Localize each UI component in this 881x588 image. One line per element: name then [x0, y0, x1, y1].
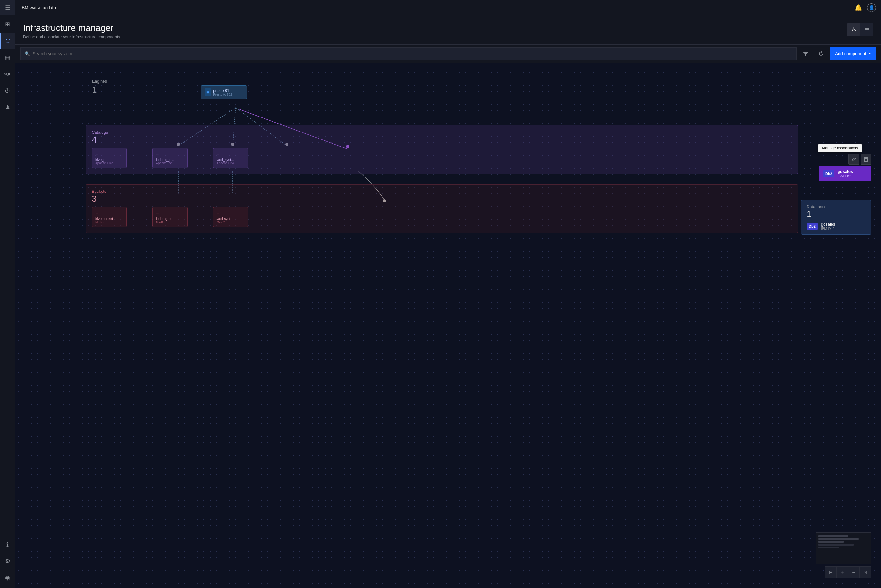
view-toggle — [847, 23, 873, 36]
svg-rect-7 — [865, 31, 869, 31]
engine-icon: ≡ — [205, 88, 210, 96]
engines-label: Engines — [92, 79, 107, 84]
refresh-btn[interactable] — [815, 47, 827, 60]
gosales-catalog-container: Manage associations Db2 — [818, 144, 871, 181]
manage-associations-label: Manage associations — [822, 146, 858, 150]
catalog-node-wxd[interactable]: ≡ wxd_syst... Apache Hive — [213, 148, 248, 168]
sidebar-item-data[interactable]: ▦ — [0, 50, 15, 65]
search-input[interactable] — [33, 51, 792, 56]
page-subtitle: Define and associate your infrastructure… — [23, 34, 122, 39]
svg-line-4 — [854, 29, 855, 30]
topbar: IBM watsonx.data 🔔 👤 — [15, 0, 881, 15]
view-topology-btn[interactable] — [848, 23, 860, 36]
iceberg-name: iceberg_d... — [156, 158, 174, 162]
sidebar-item-access[interactable]: ♟ — [0, 100, 15, 115]
mini-line-5 — [818, 547, 839, 548]
data-icon: ▦ — [5, 54, 10, 61]
databases-section: Databases 1 Db2 gosales IBM Db2 — [801, 200, 871, 235]
engines-count: 1 — [92, 85, 107, 95]
db-badge: Db2 — [807, 223, 818, 230]
manage-associations-tooltip: Manage associations — [818, 144, 862, 152]
catalog-node-hive[interactable]: ≡ hive_data Apache Hive — [92, 148, 127, 168]
databases-count: 1 — [807, 209, 866, 219]
catalog-node-iceberg[interactable]: ≡ iceberg_d... Apache Ice... — [152, 148, 188, 168]
mini-line-4 — [818, 544, 854, 546]
catalog-actions — [848, 154, 871, 165]
svg-line-3 — [852, 29, 854, 30]
infrastructure-icon: ⬡ — [5, 38, 11, 44]
sidebar-item-home[interactable]: ⊞ — [0, 16, 15, 32]
hive-icon: ≡ — [95, 151, 98, 157]
engine-node-presto[interactable]: ≡ presto-01 Presto to 782 — [201, 85, 247, 99]
wxd-name: wxd_syst... — [216, 158, 234, 162]
sidebar-item-info[interactable]: ℹ — [0, 537, 15, 552]
search-bar[interactable]: 🔍 — [20, 47, 797, 60]
zoom-reset-btn[interactable]: ⊡ — [860, 567, 871, 578]
bucket-node-wxd[interactable]: ≡ wxd-syst-... MinIO — [213, 207, 248, 227]
history-icon: ⏱ — [5, 87, 11, 94]
iceberg-bucket-name: iceberg-b... — [156, 217, 184, 220]
mini-map-content — [816, 533, 871, 551]
access-icon: ♟ — [5, 104, 10, 111]
hive-bucket-icon: ≡ — [95, 210, 123, 216]
svg-point-1 — [852, 30, 853, 31]
bucket-node-iceberg[interactable]: ≡ iceberg-b... MinIO — [152, 207, 188, 227]
page-header: Infrastructure manager Define and associ… — [15, 15, 881, 45]
fit-icon: ⊞ — [829, 570, 833, 575]
sidebar-top: ☰ ⊞ ⬡ ▦ SQL ⏱ ♟ — [0, 0, 15, 533]
databases-label: Databases — [807, 204, 866, 209]
buckets-section: Buckets 3 ≡ hive-bucket-... MinIO ≡ iceb… — [86, 184, 798, 233]
db-sub: IBM Db2 — [821, 226, 835, 231]
sidebar-item-settings[interactable]: ⚙ — [0, 554, 15, 569]
hive-bucket-name: hive-bucket-... — [95, 217, 123, 220]
catalog-nodes-row: ≡ hive_data Apache Hive ≡ iceberg_d... A… — [92, 148, 792, 168]
sidebar-item-help[interactable]: ◉ — [0, 570, 15, 585]
manage-associations-btn[interactable] — [848, 154, 859, 165]
sidebar-bottom: ℹ ⚙ ◉ — [0, 533, 15, 588]
wxd-sub: Apache Hive — [216, 162, 235, 165]
filter-icon — [803, 51, 808, 56]
zoom-in-btn[interactable]: + — [837, 567, 848, 578]
sidebar-item-infrastructure[interactable]: ⬡ — [0, 33, 15, 48]
trash-icon — [864, 157, 868, 162]
bucket-nodes-row: ≡ hive-bucket-... MinIO ≡ iceberg-b... M… — [92, 207, 792, 227]
topology-icon — [851, 27, 856, 32]
view-list-btn[interactable] — [860, 23, 873, 36]
reset-icon: ⊡ — [863, 570, 867, 575]
hive-name: hive_data — [95, 158, 111, 162]
database-card[interactable]: Db2 gosales IBM Db2 — [807, 222, 866, 231]
catalogs-count: 4 — [92, 135, 792, 145]
bucket-node-hive[interactable]: ≡ hive-bucket-... MinIO — [92, 207, 127, 227]
sidebar-divider — [3, 534, 13, 534]
zoom-controls: ⊞ + − ⊡ — [825, 566, 871, 578]
databases-header: Databases 1 — [807, 204, 866, 219]
mini-line-2 — [818, 538, 858, 540]
buckets-label: Buckets — [92, 189, 792, 194]
add-component-btn[interactable]: Add component ▾ — [830, 47, 876, 60]
delete-catalog-btn[interactable] — [861, 154, 871, 165]
topbar-icons: 🔔 👤 — [855, 3, 876, 12]
zoom-out-btn[interactable]: − — [848, 567, 860, 578]
sidebar-item-sql[interactable]: SQL — [0, 66, 15, 82]
gosales-name: gosales — [837, 169, 853, 174]
filter-btn[interactable] — [799, 47, 812, 60]
svg-point-2 — [855, 30, 856, 31]
catalogs-label: Catalogs — [92, 130, 792, 135]
buckets-count: 3 — [92, 194, 792, 204]
help-icon: ◉ — [5, 574, 10, 581]
svg-rect-6 — [865, 29, 869, 30]
gosales-db2-badge: Db2 — [823, 170, 834, 177]
notification-icon[interactable]: 🔔 — [855, 4, 862, 11]
sidebar-item-menu[interactable]: ☰ — [0, 0, 15, 15]
sidebar: ☰ ⊞ ⬡ ▦ SQL ⏱ ♟ ℹ ⚙ ◉ — [0, 0, 15, 588]
svg-rect-5 — [865, 28, 869, 29]
iceberg-bucket-sub: MinIO — [156, 220, 184, 224]
wxd-bucket-name: wxd-syst-... — [216, 217, 245, 220]
engine-node-info: presto-01 Presto to 782 — [213, 88, 232, 96]
zoom-fit-btn[interactable]: ⊞ — [825, 567, 837, 578]
gear-icon: ⚙ — [5, 558, 10, 565]
user-icon[interactable]: 👤 — [867, 3, 876, 12]
sidebar-item-history[interactable]: ⏱ — [0, 83, 15, 98]
iceberg-sub: Apache Ice... — [156, 162, 174, 165]
gosales-catalog-card[interactable]: Db2 gosales IBM Db2 — [819, 166, 871, 181]
